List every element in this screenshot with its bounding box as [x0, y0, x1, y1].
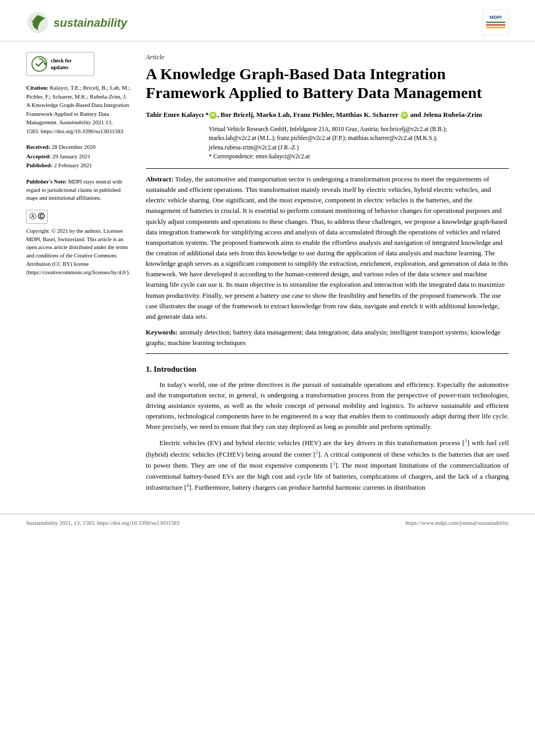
check-updates-icon — [31, 56, 48, 72]
citation-journal: Sustainability — [59, 119, 91, 125]
page: sustainability MDPI check for — [0, 0, 535, 756]
publisher-note: Publisher's Note: MDPI stays neutral wit… — [26, 178, 131, 202]
published-date: 2 February 2021 — [54, 162, 92, 168]
keywords-label: Keywords: — [146, 328, 178, 336]
abstract-label: Abstract: — [146, 175, 174, 183]
abstract-section: Abstract: Today, the automotive and tran… — [146, 174, 509, 322]
article-label: Article — [146, 52, 509, 62]
received-label: Received: — [26, 144, 50, 150]
affiliation-line2: marko.lah@v2c2.at (M.L.); franz.pichler@… — [209, 135, 437, 141]
footer: Sustainability 2021, 13, 1583. https://d… — [0, 514, 535, 532]
affiliation-line3: jelena.rubesa-zrim@v2c2.at (J.R.-Z.) — [209, 144, 299, 150]
journal-name: sustainability — [54, 14, 127, 31]
ref-4: 4 — [187, 483, 189, 488]
svg-rect-5 — [486, 27, 506, 28]
affiliations-block: Virtual Vehicle Research GmbH, Infeldgas… — [209, 125, 509, 161]
ref-3: 3 — [333, 461, 335, 466]
cc-badge: Ⓐ Ⓒ — [26, 210, 48, 224]
left-column: check for updates Citation: Kalayci, T.E… — [26, 52, 131, 498]
affiliation-line4: * Correspondence: emre.kalayci@v2c2.at — [209, 153, 310, 159]
citation-page: 1583. https://doi.org/10.3390/su13031583 — [26, 128, 123, 134]
by-symbol: Ⓒ — [38, 212, 45, 222]
footer-left: Sustainability 2021, 13, 1583. https://d… — [26, 519, 179, 527]
ref-2: 2 — [316, 450, 318, 455]
citation-label: Citation: — [26, 84, 48, 91]
footer-right: https://www.mdpi.com/journal/sustainabil… — [405, 519, 509, 527]
published-label: Published: — [26, 162, 52, 168]
intro-paragraph-1: In today's world, one of the prime direc… — [146, 380, 509, 433]
main-content: check for updates Citation: Kalayci, T.E… — [0, 41, 535, 509]
header: sustainability MDPI — [0, 0, 535, 41]
copyright-block: Copyright: © 2021 by the authors. Licens… — [26, 227, 131, 277]
dates-block: Received: 28 December 2020 Accepted: 29 … — [26, 143, 131, 170]
keywords-text: anomaly detection; battery data manageme… — [146, 328, 500, 347]
orcid-icon-scharrer: iD — [401, 112, 408, 119]
svg-rect-3 — [486, 21, 506, 23]
sustainability-leaf-icon — [26, 11, 49, 34]
received-date: 28 December 2020 — [52, 144, 96, 150]
publisher-note-label: Publisher's Note: — [26, 179, 67, 185]
keywords-section: Keywords: anomaly detection; battery dat… — [146, 327, 509, 348]
svg-text:MDPI: MDPI — [490, 15, 502, 20]
divider-1 — [146, 168, 509, 169]
check-updates-line2: updates — [51, 64, 68, 70]
check-updates-text: check for updates — [51, 57, 72, 71]
divider-2 — [146, 353, 509, 354]
cc-license-icon: Ⓐ Ⓒ — [26, 210, 131, 224]
cc-symbol: Ⓐ — [29, 212, 36, 222]
check-updates-line1: check for — [51, 58, 72, 63]
affiliation-line1: Virtual Vehicle Research GmbH, Infeldgas… — [209, 126, 447, 132]
accepted-label: Accepted: — [26, 153, 51, 159]
authors-line: Tahir Emre Kalaycı *iD, Bor Bricelj, Mar… — [146, 110, 509, 120]
orcid-icon-kalayci: iD — [209, 112, 217, 119]
accepted-date: 29 January 2021 — [52, 153, 91, 159]
logo-left: sustainability — [26, 11, 127, 34]
citation-year: 2021 — [92, 119, 104, 125]
citation-block: Citation: Kalayci, T.E.; Bricelj, B.; La… — [26, 83, 131, 135]
citation-vol: 13, — [105, 119, 113, 125]
mdpi-logo-icon: MDPI — [483, 9, 509, 36]
ref-1: 1 — [465, 438, 467, 444]
copyright-text: Copyright: © 2021 by the authors. Licens… — [26, 228, 130, 275]
section-1-heading: 1. Introduction — [146, 363, 509, 375]
check-for-updates-badge: check for updates — [26, 52, 94, 76]
abstract-text: Today, the automotive and transportation… — [146, 175, 508, 320]
article-title: A Knowledge Graph-Based Data Integration… — [146, 64, 509, 102]
svg-rect-4 — [486, 24, 506, 26]
right-column: Article A Knowledge Graph-Based Data Int… — [146, 52, 509, 498]
intro-paragraph-2: Electric vehicles (EV) and hybrid electr… — [146, 437, 509, 493]
